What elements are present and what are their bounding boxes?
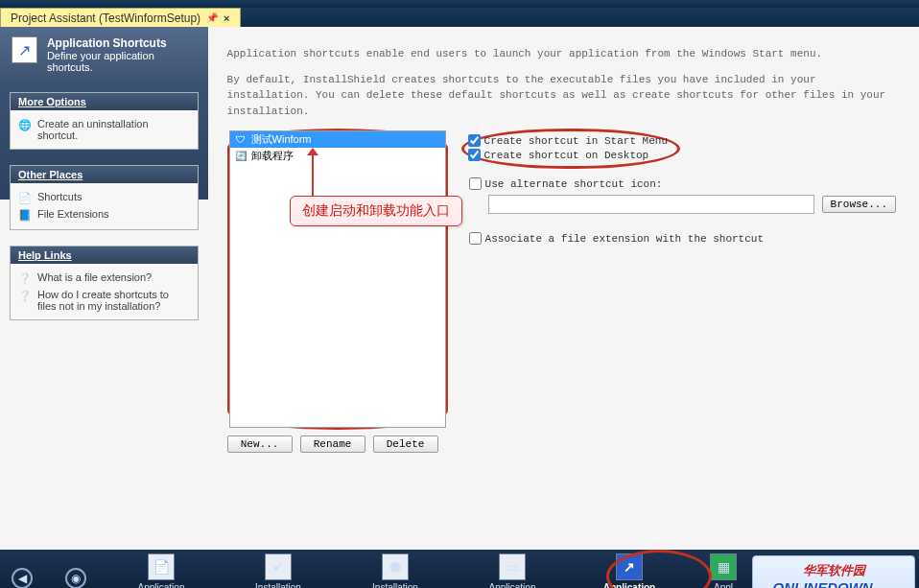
nav-app-files[interactable]: ▭ Application Files xyxy=(470,553,554,588)
annotation-line xyxy=(312,153,314,198)
associate-ext-checkbox[interactable] xyxy=(469,232,482,245)
uninstall-icon: 🔄 xyxy=(234,150,247,163)
help-icon: ❔ xyxy=(18,271,32,285)
alt-icon-checkbox-row[interactable]: Use alternate shortcut icon: xyxy=(469,176,896,191)
checkbox-label: Associate a file extension with the shor… xyxy=(485,233,764,245)
app-files-icon: ▭ xyxy=(499,553,526,580)
alt-icon-checkbox[interactable] xyxy=(469,177,482,190)
link-label: File Extensions xyxy=(37,208,109,220)
other-places-section: Other Places 📄 Shortcuts 📘 File Extensio… xyxy=(10,165,199,230)
delete-button[interactable]: Delete xyxy=(373,435,438,453)
more-options-title: More Options xyxy=(11,93,198,110)
nav-label-1: Installation xyxy=(255,582,301,588)
bottom-nav: ◀ ◉ 📄 Application Information ✔ Installa… xyxy=(0,550,919,588)
file-ext-icon: 📘 xyxy=(18,208,32,222)
content-area: Application shortcuts enable end users t… xyxy=(208,27,919,550)
app-reg-icon: ▦ xyxy=(710,553,737,580)
header-panel: ↗ Application Shortcuts Define your appl… xyxy=(0,27,208,84)
help-icon: ❔ xyxy=(18,289,32,302)
other-places-title: Other Places xyxy=(11,166,198,183)
alt-icon-path-input[interactable] xyxy=(488,195,814,214)
browse-button[interactable]: Browse... xyxy=(822,196,896,213)
desktop-checkbox-row[interactable]: Create shortcut on Desktop xyxy=(468,148,668,162)
nav-label-1: Appl xyxy=(714,582,733,588)
nav-label-1: Application xyxy=(489,582,536,588)
shortcut-small-icon: 📄 xyxy=(18,191,32,204)
nav-install-architecture[interactable]: ⬣ Installation Architecture xyxy=(353,553,437,588)
shortcuts-link[interactable]: 📄 Shortcuts xyxy=(18,189,190,206)
list-item[interactable]: 🔄 卸载程序 xyxy=(230,148,445,164)
shortcut-list-column: 🛡 测试Winform 🔄 卸载程序 New... Rename Delete xyxy=(227,129,448,453)
page-subtitle: Define your application shortcuts. xyxy=(47,50,197,73)
file-extensions-link[interactable]: 📘 File Extensions xyxy=(18,206,190,223)
annotation-callout: 创建启动和卸载功能入口 xyxy=(290,196,462,226)
help-what-is-ext-link[interactable]: ❔ What is a file extension? xyxy=(18,270,190,287)
shortcut-options-column: Create shortcut in Start Menu Create sho… xyxy=(465,129,896,453)
nav-app-shortcuts[interactable]: ↗ Application Shortcuts xyxy=(587,553,672,588)
checkbox-label: Create shortcut in Start Menu xyxy=(484,135,668,147)
watermark-en: ONLINEDOWN.NET xyxy=(773,579,895,588)
shortcut-icon: ↗ xyxy=(12,36,37,63)
list-item-label: 卸载程序 xyxy=(251,149,294,163)
header-text: Application Shortcuts Define your applic… xyxy=(47,36,197,73)
pin-icon[interactable]: 📌 xyxy=(206,12,218,23)
nav-back-button[interactable]: ◀ xyxy=(12,568,33,588)
link-label: What is a file extension? xyxy=(37,271,152,283)
help-links-section: Help Links ❔ What is a file extension? ❔… xyxy=(10,246,199,320)
nav-label-1: Installation xyxy=(372,582,418,588)
install-req-icon: ✔ xyxy=(265,553,292,580)
nav-install-requirements[interactable]: ✔ Installation Requirements xyxy=(236,553,320,588)
start-menu-checkbox[interactable] xyxy=(468,134,481,147)
desktop-checkbox[interactable] xyxy=(468,149,481,161)
help-links-title: Help Links xyxy=(11,247,198,264)
associate-ext-checkbox-row[interactable]: Associate a file extension with the shor… xyxy=(469,231,896,246)
link-label: How do I create shortcuts to files not i… xyxy=(37,289,190,312)
watermark: 华军软件园 ONLINEDOWN.NET xyxy=(752,555,915,588)
shortcut-list-highlight: 🛡 测试Winform 🔄 卸载程序 xyxy=(227,129,448,430)
checkbox-label: Create shortcut on Desktop xyxy=(484,150,649,161)
description-2: By default, InstallShield creates shortc… xyxy=(227,72,896,120)
start-menu-checkbox-row[interactable]: Create shortcut in Start Menu xyxy=(468,133,668,148)
sidebar: ↗ Application Shortcuts Define your appl… xyxy=(0,27,208,550)
page-title: Application Shortcuts xyxy=(47,36,197,50)
tab-bar: Project Assistant (TestWinformSetup) 📌 × xyxy=(0,8,919,27)
shortcut-listbox[interactable]: 🛡 测试Winform 🔄 卸载程序 xyxy=(229,130,446,428)
link-label: Shortcuts xyxy=(37,191,82,202)
app-info-icon: 📄 xyxy=(148,553,175,580)
nav-label-1: Application xyxy=(603,582,655,588)
watermark-cn: 华军软件园 xyxy=(803,562,865,579)
checkbox-label: Use alternate shortcut icon: xyxy=(485,178,663,190)
shortcut-location-highlight: Create shortcut in Start Menu Create sho… xyxy=(461,129,680,169)
list-item[interactable]: 🛡 测试Winform xyxy=(230,131,445,148)
new-button[interactable]: New... xyxy=(227,435,293,453)
link-label: Create an uninstallation shortcut. xyxy=(37,118,190,141)
nav-label-1: Application xyxy=(138,582,185,588)
project-assistant-tab[interactable]: Project Assistant (TestWinformSetup) 📌 × xyxy=(0,8,241,27)
nav-app-registry[interactable]: ▦ Appl Re xyxy=(704,553,742,588)
globe-icon: 🌐 xyxy=(18,118,32,131)
create-uninstall-shortcut-link[interactable]: 🌐 Create an uninstallation shortcut. xyxy=(18,116,190,143)
nav-home-button[interactable]: ◉ xyxy=(65,568,86,588)
nav-app-information[interactable]: 📄 Application Information xyxy=(119,553,203,588)
app-shortcuts-icon: ↗ xyxy=(616,553,643,580)
tab-title: Project Assistant (TestWinformSetup) xyxy=(11,12,200,25)
description-1: Application shortcuts enable end users t… xyxy=(227,46,896,62)
help-create-shortcuts-link[interactable]: ❔ How do I create shortcuts to files not… xyxy=(18,287,190,314)
app-icon: 🛡 xyxy=(234,133,247,147)
more-options-section: More Options 🌐 Create an uninstallation … xyxy=(10,92,199,150)
rename-button[interactable]: Rename xyxy=(300,435,365,453)
main-area: ↗ Application Shortcuts Define your appl… xyxy=(0,27,919,550)
install-arch-icon: ⬣ xyxy=(382,553,409,580)
window-top-bar xyxy=(0,0,919,8)
close-icon[interactable]: × xyxy=(224,12,229,24)
list-item-label: 测试Winform xyxy=(251,132,312,147)
